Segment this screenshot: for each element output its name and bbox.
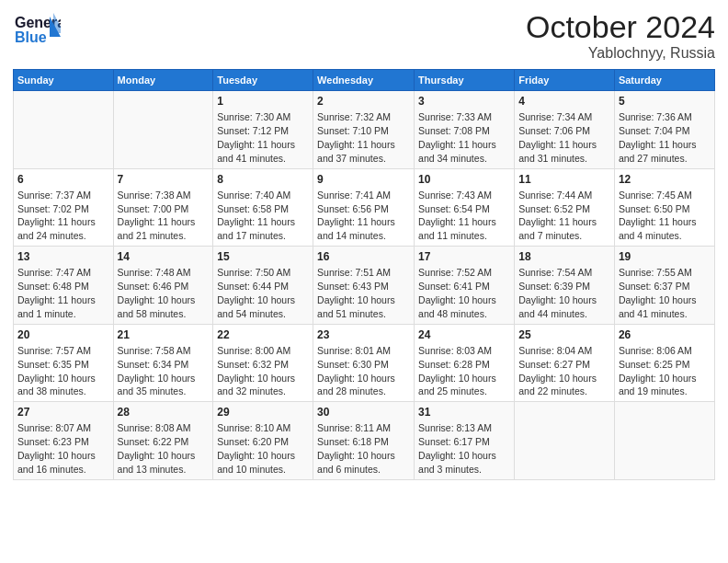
title-block: October 2024 Yablochnyy, Russia [526, 9, 715, 62]
day-number: 6 [17, 172, 109, 187]
calendar-cell: 30Sunrise: 8:11 AM Sunset: 6:18 PM Dayli… [313, 402, 415, 480]
day-number: 16 [317, 249, 410, 264]
logo-svg: General Blue [13, 9, 61, 50]
calendar-cell: 4Sunrise: 7:34 AM Sunset: 7:06 PM Daylig… [515, 91, 615, 169]
day-info: Sunrise: 7:37 AM Sunset: 7:02 PM Dayligh… [17, 190, 96, 242]
calendar-cell: 9Sunrise: 7:41 AM Sunset: 6:56 PM Daylig… [313, 168, 415, 247]
calendar-cell: 10Sunrise: 7:43 AM Sunset: 6:54 PM Dayli… [415, 168, 515, 247]
day-number: 20 [17, 327, 109, 342]
header: General Blue October 2024 Yablochnyy, Ru… [13, 9, 715, 62]
day-info: Sunrise: 8:13 AM Sunset: 6:17 PM Dayligh… [418, 422, 496, 475]
day-info: Sunrise: 7:57 AM Sunset: 6:35 PM Dayligh… [17, 345, 96, 397]
calendar-cell: 1Sunrise: 7:30 AM Sunset: 7:12 PM Daylig… [213, 91, 313, 169]
day-number: 8 [217, 172, 309, 187]
day-number: 10 [418, 172, 510, 187]
calendar-cell [14, 91, 114, 169]
day-info: Sunrise: 7:51 AM Sunset: 6:43 PM Dayligh… [317, 267, 395, 319]
calendar-cell: 2Sunrise: 7:32 AM Sunset: 7:10 PM Daylig… [313, 91, 415, 169]
calendar-cell: 15Sunrise: 7:50 AM Sunset: 6:44 PM Dayli… [213, 247, 313, 325]
day-number: 1 [217, 94, 309, 109]
day-number: 2 [317, 94, 410, 109]
calendar-week-1: 1Sunrise: 7:30 AM Sunset: 7:12 PM Daylig… [14, 91, 715, 169]
calendar-title: October 2024 [526, 9, 715, 45]
calendar-cell: 12Sunrise: 7:45 AM Sunset: 6:50 PM Dayli… [614, 168, 714, 247]
col-friday: Friday [515, 70, 615, 91]
day-info: Sunrise: 7:50 AM Sunset: 6:44 PM Dayligh… [217, 267, 295, 319]
calendar-week-2: 6Sunrise: 7:37 AM Sunset: 7:02 PM Daylig… [14, 168, 715, 247]
calendar-cell: 3Sunrise: 7:33 AM Sunset: 7:08 PM Daylig… [415, 91, 515, 169]
day-number: 12 [619, 172, 711, 187]
col-monday: Monday [113, 70, 213, 91]
day-number: 24 [418, 327, 510, 342]
day-number: 22 [217, 327, 309, 342]
day-info: Sunrise: 7:47 AM Sunset: 6:48 PM Dayligh… [17, 267, 96, 319]
day-info: Sunrise: 7:30 AM Sunset: 7:12 PM Dayligh… [217, 111, 295, 164]
day-number: 7 [118, 172, 210, 187]
day-number: 4 [518, 94, 610, 109]
day-info: Sunrise: 7:43 AM Sunset: 6:54 PM Dayligh… [418, 190, 496, 242]
calendar-cell: 26Sunrise: 8:06 AM Sunset: 6:25 PM Dayli… [614, 324, 714, 402]
calendar-cell: 6Sunrise: 7:37 AM Sunset: 7:02 PM Daylig… [14, 168, 114, 247]
col-tuesday: Tuesday [213, 70, 313, 91]
day-number: 13 [17, 249, 109, 264]
day-info: Sunrise: 7:32 AM Sunset: 7:10 PM Dayligh… [317, 111, 395, 164]
day-info: Sunrise: 8:11 AM Sunset: 6:18 PM Dayligh… [317, 422, 395, 475]
day-info: Sunrise: 7:45 AM Sunset: 6:50 PM Dayligh… [619, 190, 697, 242]
day-info: Sunrise: 7:55 AM Sunset: 6:37 PM Dayligh… [619, 267, 697, 319]
calendar-cell: 14Sunrise: 7:48 AM Sunset: 6:46 PM Dayli… [113, 247, 213, 325]
day-number: 18 [518, 249, 610, 264]
calendar-cell: 22Sunrise: 8:00 AM Sunset: 6:32 PM Dayli… [213, 324, 313, 402]
day-info: Sunrise: 8:06 AM Sunset: 6:25 PM Dayligh… [619, 345, 697, 397]
day-number: 21 [118, 327, 210, 342]
day-info: Sunrise: 7:58 AM Sunset: 6:34 PM Dayligh… [118, 345, 196, 397]
day-number: 23 [317, 327, 410, 342]
calendar-cell: 25Sunrise: 8:04 AM Sunset: 6:27 PM Dayli… [515, 324, 615, 402]
calendar-cell: 27Sunrise: 8:07 AM Sunset: 6:23 PM Dayli… [14, 402, 114, 480]
day-number: 26 [619, 327, 711, 342]
day-number: 15 [217, 249, 309, 264]
calendar-cell [614, 402, 714, 480]
calendar-cell: 13Sunrise: 7:47 AM Sunset: 6:48 PM Dayli… [14, 247, 114, 325]
logo: General Blue [13, 9, 61, 50]
day-number: 5 [619, 94, 711, 109]
day-info: Sunrise: 8:01 AM Sunset: 6:30 PM Dayligh… [317, 345, 395, 397]
day-info: Sunrise: 7:41 AM Sunset: 6:56 PM Dayligh… [317, 190, 395, 242]
day-info: Sunrise: 8:08 AM Sunset: 6:22 PM Dayligh… [118, 422, 196, 475]
calendar-cell: 20Sunrise: 7:57 AM Sunset: 6:35 PM Dayli… [14, 324, 114, 402]
calendar-table: Sunday Monday Tuesday Wednesday Thursday… [13, 69, 715, 480]
calendar-subtitle: Yablochnyy, Russia [526, 45, 715, 62]
day-info: Sunrise: 7:33 AM Sunset: 7:08 PM Dayligh… [418, 111, 496, 164]
calendar-cell: 19Sunrise: 7:55 AM Sunset: 6:37 PM Dayli… [614, 247, 714, 325]
calendar-cell: 5Sunrise: 7:36 AM Sunset: 7:04 PM Daylig… [614, 91, 714, 169]
day-number: 30 [317, 405, 410, 419]
calendar-cell: 23Sunrise: 8:01 AM Sunset: 6:30 PM Dayli… [313, 324, 415, 402]
day-info: Sunrise: 7:52 AM Sunset: 6:41 PM Dayligh… [418, 267, 496, 319]
calendar-cell: 8Sunrise: 7:40 AM Sunset: 6:58 PM Daylig… [213, 168, 313, 247]
day-info: Sunrise: 8:07 AM Sunset: 6:23 PM Dayligh… [17, 422, 96, 475]
calendar-week-3: 13Sunrise: 7:47 AM Sunset: 6:48 PM Dayli… [14, 247, 715, 325]
day-number: 9 [317, 172, 410, 187]
calendar-cell: 24Sunrise: 8:03 AM Sunset: 6:28 PM Dayli… [415, 324, 515, 402]
day-number: 14 [118, 249, 210, 264]
calendar-cell: 16Sunrise: 7:51 AM Sunset: 6:43 PM Dayli… [313, 247, 415, 325]
col-wednesday: Wednesday [313, 70, 415, 91]
day-info: Sunrise: 7:48 AM Sunset: 6:46 PM Dayligh… [118, 267, 196, 319]
day-info: Sunrise: 7:34 AM Sunset: 7:06 PM Dayligh… [518, 111, 597, 164]
calendar-cell: 7Sunrise: 7:38 AM Sunset: 7:00 PM Daylig… [113, 168, 213, 247]
calendar-cell: 31Sunrise: 8:13 AM Sunset: 6:17 PM Dayli… [415, 402, 515, 480]
calendar-cell [515, 402, 615, 480]
day-number: 29 [217, 405, 309, 419]
calendar-cell: 21Sunrise: 7:58 AM Sunset: 6:34 PM Dayli… [113, 324, 213, 402]
day-info: Sunrise: 7:54 AM Sunset: 6:39 PM Dayligh… [518, 267, 597, 319]
day-info: Sunrise: 7:44 AM Sunset: 6:52 PM Dayligh… [518, 190, 597, 242]
day-info: Sunrise: 8:10 AM Sunset: 6:20 PM Dayligh… [217, 422, 295, 475]
calendar-cell [113, 91, 213, 169]
page-container: General Blue October 2024 Yablochnyy, Ru… [0, 0, 728, 486]
calendar-week-4: 20Sunrise: 7:57 AM Sunset: 6:35 PM Dayli… [14, 324, 715, 402]
calendar-cell: 17Sunrise: 7:52 AM Sunset: 6:41 PM Dayli… [415, 247, 515, 325]
col-saturday: Saturday [614, 70, 714, 91]
day-number: 19 [619, 249, 711, 264]
calendar-cell: 28Sunrise: 8:08 AM Sunset: 6:22 PM Dayli… [113, 402, 213, 480]
day-number: 27 [17, 405, 109, 419]
day-number: 25 [518, 327, 610, 342]
